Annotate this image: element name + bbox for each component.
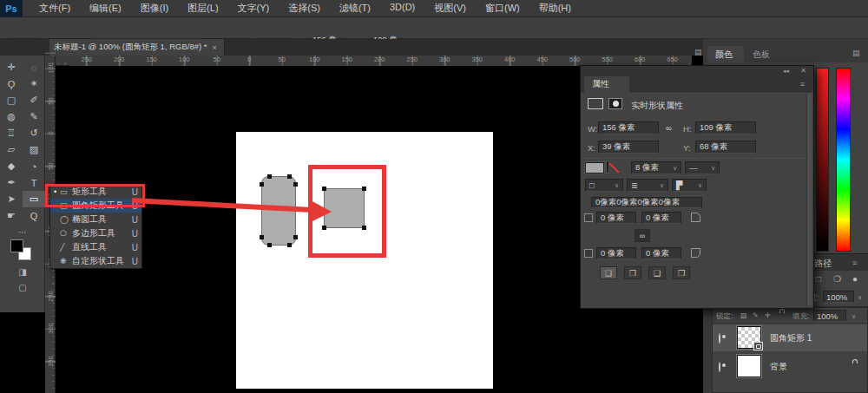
eraser-tool[interactable]: ▱ xyxy=(0,141,23,158)
screen-mode-icon[interactable]: ▢ xyxy=(0,283,45,292)
menu-image[interactable]: 图像(I) xyxy=(131,2,178,15)
tab-properties[interactable]: 属性 xyxy=(584,76,629,92)
marquee-tool[interactable]: ◌ xyxy=(23,59,45,75)
width-field[interactable]: 156 像素 xyxy=(598,121,659,134)
eyedropper-tool[interactable]: ✐ xyxy=(23,92,45,108)
flyout-custom-shape-tool[interactable]: ❋ 自定形状工具 U xyxy=(50,254,141,268)
menu-edit[interactable]: 编辑(E) xyxy=(80,2,131,15)
close-panel-icon[interactable]: ✕ xyxy=(800,67,806,75)
stroke-align-dropdown[interactable]: □∨ xyxy=(585,179,623,192)
path-op-new-button[interactable]: ❏ xyxy=(600,266,617,279)
y-field[interactable]: 68 像素 xyxy=(695,141,756,154)
layer-thumbnail[interactable] xyxy=(737,326,761,349)
panel-scrollbar[interactable] xyxy=(806,94,812,305)
radius-bottomleft-field[interactable]: 0 像素 xyxy=(596,247,636,259)
gradient-tool[interactable]: ▨ xyxy=(23,141,45,158)
move-tool[interactable]: ✛ xyxy=(0,59,23,75)
red-color-ramp[interactable] xyxy=(816,68,829,252)
menu-layer[interactable]: 图层(L) xyxy=(178,2,227,15)
menu-select[interactable]: 选择(S) xyxy=(279,2,330,15)
corner-checkbox[interactable] xyxy=(584,213,593,222)
anchor-point[interactable] xyxy=(293,235,298,239)
menu-view[interactable]: 视图(V) xyxy=(424,2,476,15)
stroke-corners-dropdown[interactable]: ▛∨ xyxy=(672,179,707,192)
magic-wand-tool[interactable]: ✶ xyxy=(23,75,45,92)
lock-pixels-icon[interactable]: ✎ xyxy=(753,311,759,319)
layer-name[interactable]: 圆角矩形 1 xyxy=(770,332,812,344)
corner-radii-summary-field[interactable]: 0像素0像素0像素0像素 xyxy=(591,197,702,208)
layer-row-rounded-rectangle[interactable]: 圆角矩形 1 xyxy=(713,324,867,351)
anchor-point[interactable] xyxy=(260,182,264,187)
fill-opacity-field[interactable]: 100% xyxy=(813,310,846,322)
anchor-point[interactable] xyxy=(260,235,264,239)
more-tools-icon[interactable]: ⋯ xyxy=(0,227,45,237)
stroke-swatch[interactable] xyxy=(607,161,608,173)
stroke-width-field[interactable]: 8 像素∨ xyxy=(631,161,681,174)
menu-3d[interactable]: 3D(D) xyxy=(380,2,424,15)
fill-swatch[interactable] xyxy=(585,162,604,174)
lock-position-icon[interactable]: ✛ xyxy=(765,311,771,319)
rectangle-tool[interactable]: ▭ xyxy=(23,191,45,207)
filter-shape-icon[interactable]: □ xyxy=(816,274,821,284)
panel-menu-icon[interactable]: ≡ xyxy=(852,259,857,267)
flyout-polygon-tool[interactable]: ⬠ 多边形工具 U xyxy=(50,226,141,240)
collapse-panel-icon[interactable]: ◂◂ xyxy=(783,68,789,75)
link-radii-icon[interactable]: ∞ xyxy=(635,229,650,242)
dock-collapse-icon[interactable]: ▤ xyxy=(694,48,702,56)
radius-topright-field[interactable]: 0 像素 xyxy=(641,212,681,224)
radius-bottomright-field[interactable]: 0 像素 xyxy=(641,247,681,259)
menu-filter[interactable]: 滤镜(T) xyxy=(330,2,380,15)
filter-dot-icon[interactable]: ● xyxy=(852,274,858,284)
x-field[interactable]: 39 像素 xyxy=(598,141,659,154)
chevron-down-icon[interactable]: ∨ xyxy=(858,294,862,301)
menu-window[interactable]: 窗口(W) xyxy=(476,2,529,15)
anchor-point[interactable] xyxy=(267,243,272,247)
stroke-style-dropdown[interactable]: —∨ xyxy=(685,161,720,174)
link-dimensions-icon[interactable]: ∞ xyxy=(666,123,672,133)
layer-thumbnail[interactable] xyxy=(737,355,761,377)
anchor-point[interactable] xyxy=(287,243,292,247)
blur-tool[interactable]: ◆ xyxy=(0,158,23,174)
opacity-value-field[interactable]: 100% xyxy=(823,291,854,303)
foreground-color-swatch[interactable] xyxy=(10,239,23,252)
panel-menu-icon[interactable]: ▤ xyxy=(852,49,860,57)
visibility-eye-icon[interactable] xyxy=(719,362,720,372)
hue-spectrum-ramp[interactable] xyxy=(836,68,851,252)
crop-tool[interactable]: ▢ xyxy=(0,92,23,108)
menu-type[interactable]: 文字(Y) xyxy=(228,2,279,15)
close-tab-icon[interactable]: × xyxy=(212,43,216,52)
healing-brush-tool[interactable]: ◍ xyxy=(0,108,23,125)
rounded-rectangle-shape[interactable] xyxy=(261,176,296,246)
lock-transparency-icon[interactable]: ▨ xyxy=(740,311,747,319)
height-field[interactable]: 109 像素 xyxy=(695,121,756,134)
stroke-caps-dropdown[interactable]: ≣∨ xyxy=(627,179,668,192)
chevron-down-icon[interactable]: ∨ xyxy=(852,313,856,320)
filter-adjustment-icon[interactable]: ❍ xyxy=(833,274,841,284)
pen-tool[interactable]: ✒ xyxy=(0,174,23,191)
menu-help[interactable]: 帮助(H) xyxy=(529,2,581,15)
menu-file[interactable]: 文件(F) xyxy=(30,2,80,15)
panel-menu-icon[interactable]: ≡ xyxy=(800,80,805,88)
flyout-ellipse-tool[interactable]: ◯ 椭圆工具 U xyxy=(50,213,141,226)
color-swatches-widget[interactable] xyxy=(10,239,33,262)
brush-tool[interactable]: ✎ xyxy=(23,108,45,125)
lasso-tool[interactable]: Ϙ xyxy=(0,75,23,92)
hand-tool[interactable]: ☛ xyxy=(0,207,23,224)
path-op-subtract-button[interactable]: ❐ xyxy=(624,266,641,279)
type-tool[interactable]: T xyxy=(23,174,45,191)
history-brush-tool[interactable]: ↺ xyxy=(23,125,45,141)
tab-color[interactable]: 颜色 xyxy=(707,46,744,62)
path-selection-tool[interactable]: ➤ xyxy=(0,191,23,207)
anchor-point[interactable] xyxy=(287,174,292,179)
clone-stamp-tool[interactable]: ♖ xyxy=(0,125,23,141)
path-op-exclude-button[interactable]: ❒ xyxy=(673,266,690,279)
layer-row-background[interactable]: 背景 xyxy=(713,353,867,380)
radius-topleft-field[interactable]: 0 像素 xyxy=(596,212,636,224)
corner-checkbox[interactable] xyxy=(584,249,593,258)
anchor-point[interactable] xyxy=(293,182,298,187)
anchor-point[interactable] xyxy=(267,174,272,179)
zoom-tool[interactable]: Q xyxy=(23,207,45,224)
tab-paths[interactable]: 路径 xyxy=(814,258,832,270)
layer-name[interactable]: 背景 xyxy=(770,361,787,373)
visibility-eye-icon[interactable] xyxy=(719,333,720,344)
